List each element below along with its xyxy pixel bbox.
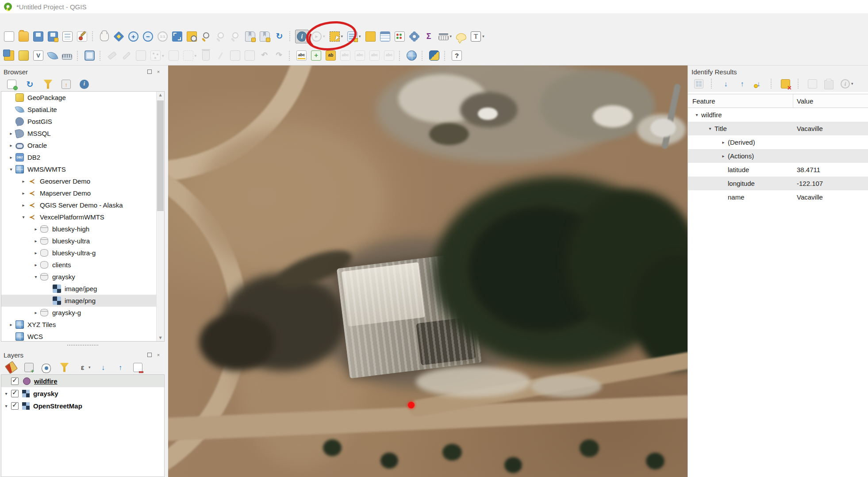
dropdown-arrow-icon[interactable]: ▾ <box>341 34 343 38</box>
browser-item-geoserver-demo[interactable]: ▸ Geoserver Demo <box>1 175 164 187</box>
browser-item-bluesky-ultra[interactable]: ▸ bluesky-ultra <box>1 235 164 247</box>
change-label-button[interactable] <box>382 49 396 62</box>
map-canvas[interactable] <box>168 65 687 477</box>
expander-icon[interactable]: ▸ <box>31 227 40 231</box>
result-row-name[interactable]: name Vacaville <box>688 190 868 204</box>
browser-add-selected-layers-button[interactable] <box>4 77 19 92</box>
result-row-latitude[interactable]: latitude 38.4711 <box>688 163 868 177</box>
expander-icon[interactable]: ▸ <box>19 203 28 208</box>
dropdown-arrow-icon[interactable]: ▾ <box>162 54 164 58</box>
menu-item[interactable] <box>92 18 102 22</box>
layer-diagram-button[interactable] <box>309 49 323 62</box>
toggle-editing-button[interactable] <box>120 49 133 62</box>
vertex-tool-button[interactable]: ▾ <box>181 49 199 62</box>
refresh-map-button[interactable] <box>273 30 286 43</box>
layer-item-graysky[interactable]: ▾ graysky <box>1 387 164 400</box>
scroll-up-icon[interactable]: ▲ <box>157 93 164 97</box>
identify-mode-button[interactable]: ▾ <box>839 77 855 90</box>
expander-icon[interactable]: ▾ <box>31 274 40 279</box>
menu-item[interactable] <box>14 18 24 22</box>
move-label-button[interactable] <box>368 49 381 62</box>
help-button[interactable] <box>450 49 464 62</box>
browser-item-qgis-server-demo-alaska[interactable]: ▸ QGIS Server Demo - Alaska <box>1 199 164 211</box>
expander-icon[interactable]: ▸ <box>7 322 15 327</box>
manage-map-themes-button[interactable] <box>40 360 53 375</box>
menu-item[interactable] <box>121 18 131 22</box>
current-edits-button[interactable] <box>105 49 119 62</box>
new-spatial-bookmark-button[interactable] <box>243 30 257 43</box>
new-geopackage-layer-button[interactable] <box>17 49 31 62</box>
close-panel-button[interactable]: × <box>155 68 162 75</box>
copy-features-button[interactable] <box>228 49 242 62</box>
processing-toolbox-button[interactable] <box>407 30 421 43</box>
layer-item-wildfire[interactable]: wildfire <box>1 375 164 387</box>
layer-checkbox[interactable] <box>11 402 19 410</box>
paste-features-button[interactable] <box>243 49 257 62</box>
single-labels-button[interactable] <box>324 49 338 62</box>
browser-item-wms-wmts[interactable]: ▾ WMS/WMTS <box>1 163 164 175</box>
redo-button[interactable] <box>272 49 286 62</box>
zoom-in-button[interactable] <box>127 30 140 43</box>
undock-panel-button[interactable] <box>146 351 153 358</box>
clear-results-button[interactable] <box>779 77 792 90</box>
menu-item[interactable] <box>4 18 14 22</box>
new-print-layout-button[interactable] <box>61 30 74 43</box>
browser-scrollbar[interactable]: ▲ ▼ <box>156 92 164 341</box>
browser-item-db2[interactable]: ▸ DB2 <box>1 151 164 163</box>
result-row-longitude[interactable]: longitude -122.107 <box>688 177 868 190</box>
menu-item[interactable] <box>82 18 92 22</box>
scrollbar-thumb[interactable] <box>157 100 164 211</box>
browser-properties-button[interactable] <box>77 77 92 92</box>
new-virtual-layer-button[interactable] <box>83 49 96 62</box>
result-row-actions[interactable]: ▸ (Actions) <box>688 149 868 163</box>
remove-layer-button[interactable] <box>131 361 144 374</box>
data-source-manager-button[interactable] <box>2 49 16 62</box>
highlight-pinned-labels-button[interactable] <box>353 49 367 62</box>
expander-icon[interactable]: ▸ <box>719 154 728 158</box>
measure-line-button[interactable]: ▾ <box>437 31 454 42</box>
browser-collapse-all-button[interactable] <box>60 78 73 91</box>
cut-features-button[interactable] <box>214 49 227 62</box>
zoom-to-layer-button[interactable] <box>185 30 199 43</box>
new-temporary-scratch-layer-button[interactable] <box>60 50 74 62</box>
layer-checkbox[interactable] <box>11 390 19 397</box>
undo-button[interactable] <box>257 49 271 62</box>
menu-item[interactable] <box>43 18 53 22</box>
delete-selected-button[interactable] <box>199 49 213 62</box>
zoom-native-button[interactable] <box>156 30 169 43</box>
open-attribute-table-button[interactable] <box>378 30 392 43</box>
deselect-features-button[interactable] <box>364 30 377 43</box>
menu-item[interactable] <box>53 18 63 22</box>
browser-item-xyz-tiles[interactable]: ▸ XYZ Tiles <box>1 319 164 331</box>
browser-item-geopackage[interactable]: GeoPackage <box>1 92 164 104</box>
new-shapefile-layer-button[interactable] <box>31 49 45 62</box>
expand-all-button[interactable] <box>97 361 110 374</box>
dropdown-arrow-icon[interactable]: ▾ <box>195 54 197 58</box>
feature-column-header[interactable]: Feature <box>688 94 793 108</box>
zoom-to-selection-button[interactable] <box>200 30 213 43</box>
new-project-button[interactable] <box>2 30 16 43</box>
browser-refresh-button[interactable] <box>23 78 36 91</box>
browser-item-image-png[interactable]: image/png <box>1 295 164 307</box>
browser-item-graysky-g[interactable]: ▸ graysky-g <box>1 307 164 319</box>
scroll-down-icon[interactable]: ▼ <box>157 336 164 340</box>
select-by-value-button[interactable]: ▾ <box>346 30 363 43</box>
menu-item[interactable] <box>63 18 73 22</box>
browser-item-spatialite[interactable]: SpatiaLite <box>1 104 164 115</box>
pan-map-button[interactable] <box>98 30 111 43</box>
expander-icon[interactable]: ▸ <box>31 250 40 255</box>
identify-form-view-button[interactable] <box>692 77 705 90</box>
expand-tree-button[interactable] <box>719 77 732 90</box>
dropdown-arrow-icon[interactable]: ▾ <box>450 34 452 38</box>
menu-item[interactable] <box>111 18 121 22</box>
undock-panel-button[interactable] <box>146 68 153 75</box>
filter-legend-button[interactable] <box>57 360 72 375</box>
browser-item-bluesky-ultra-g[interactable]: ▸ bluesky-ultra-g <box>1 247 164 259</box>
expander-icon[interactable]: ▸ <box>19 179 28 184</box>
expander-icon[interactable]: ▸ <box>719 140 728 145</box>
expander-icon[interactable]: ▸ <box>7 143 15 148</box>
expander-icon[interactable]: ▸ <box>7 131 15 136</box>
expander-icon[interactable]: ▾ <box>706 126 714 131</box>
browser-item-vexcelplatformwmts[interactable]: ▾ VexcelPlatformWMTS <box>1 211 164 223</box>
close-panel-button[interactable]: × <box>155 351 162 358</box>
